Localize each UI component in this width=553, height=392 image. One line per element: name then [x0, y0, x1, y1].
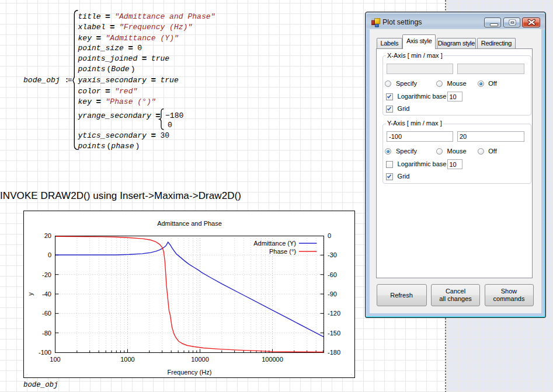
svg-text:Frequency (Hz): Frequency (Hz) [168, 369, 212, 376]
svg-text:100000: 100000 [262, 356, 283, 363]
svg-text:Phase (°): Phase (°) [269, 248, 296, 255]
svg-text:-150: -150 [328, 330, 340, 337]
svg-text:-20: -20 [42, 271, 51, 278]
svg-text:Admittance and Phase: Admittance and Phase [157, 220, 222, 227]
svg-text:20: 20 [44, 232, 51, 239]
svg-text:10000: 10000 [191, 356, 209, 363]
svg-text:y: y [27, 292, 34, 296]
svg-text:-30: -30 [328, 251, 337, 258]
svg-text:-90: -90 [328, 290, 337, 298]
svg-text:1000: 1000 [120, 356, 134, 363]
svg-text:0: 0 [328, 232, 331, 239]
svg-text:-100: -100 [39, 349, 51, 356]
svg-text:-180: -180 [328, 349, 340, 356]
svg-text:0: 0 [48, 251, 51, 258]
svg-text:-120: -120 [328, 310, 340, 317]
svg-text:-60: -60 [328, 271, 337, 278]
svg-text:-40: -40 [42, 290, 51, 298]
svg-text:Admittance (Y): Admittance (Y) [253, 240, 296, 247]
svg-text:-80: -80 [42, 330, 51, 337]
svg-text:-60: -60 [42, 310, 51, 317]
svg-text:100: 100 [50, 356, 60, 363]
